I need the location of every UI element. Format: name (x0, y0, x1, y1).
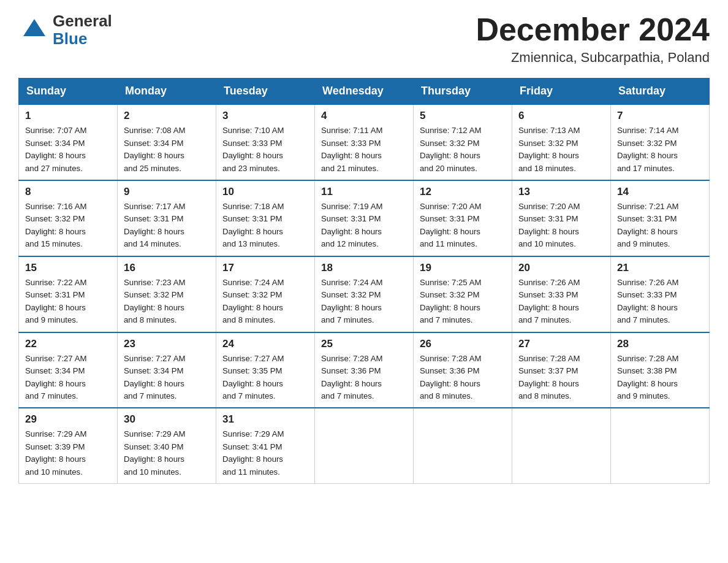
day-number: 8 (25, 186, 111, 198)
day-cell-12: 12Sunrise: 7:20 AM Sunset: 3:31 PM Dayli… (414, 180, 512, 256)
day-cell-19: 19Sunrise: 7:25 AM Sunset: 3:32 PM Dayli… (414, 256, 512, 332)
day-cell-4: 4Sunrise: 7:11 AM Sunset: 3:33 PM Daylig… (315, 104, 414, 180)
week-row-3: 15Sunrise: 7:22 AM Sunset: 3:31 PM Dayli… (19, 256, 710, 332)
day-info: Sunrise: 7:12 AM Sunset: 3:32 PM Dayligh… (420, 124, 506, 175)
logo-icon (18, 14, 50, 46)
day-info: Sunrise: 7:19 AM Sunset: 3:31 PM Dayligh… (321, 201, 407, 251)
day-info: Sunrise: 7:28 AM Sunset: 3:36 PM Dayligh… (420, 353, 506, 403)
day-cell-6: 6Sunrise: 7:13 AM Sunset: 3:32 PM Daylig… (512, 104, 611, 180)
day-cell-17: 17Sunrise: 7:24 AM Sunset: 3:32 PM Dayli… (216, 256, 315, 332)
calendar-table: SundayMondayTuesdayWednesdayThursdayFrid… (18, 78, 710, 484)
day-number: 27 (518, 338, 604, 350)
day-cell-29: 29Sunrise: 7:29 AM Sunset: 3:39 PM Dayli… (19, 408, 118, 483)
weekday-header-wednesday: Wednesday (315, 79, 414, 105)
day-number: 20 (518, 262, 604, 274)
day-info: Sunrise: 7:13 AM Sunset: 3:32 PM Dayligh… (518, 124, 604, 175)
day-number: 13 (518, 186, 604, 198)
calendar-body: 1Sunrise: 7:07 AM Sunset: 3:34 PM Daylig… (19, 104, 710, 484)
day-number: 16 (124, 262, 210, 274)
day-number: 14 (617, 186, 703, 198)
day-cell-9: 9Sunrise: 7:17 AM Sunset: 3:31 PM Daylig… (118, 180, 216, 256)
day-number: 1 (25, 110, 111, 122)
day-cell-2: 2Sunrise: 7:08 AM Sunset: 3:34 PM Daylig… (118, 104, 216, 180)
day-cell-7: 7Sunrise: 7:14 AM Sunset: 3:32 PM Daylig… (611, 104, 710, 180)
day-number: 18 (321, 262, 407, 274)
day-number: 4 (321, 110, 407, 122)
day-number: 17 (222, 262, 308, 274)
weekday-header-monday: Monday (118, 79, 216, 105)
day-cell-31: 31Sunrise: 7:29 AM Sunset: 3:41 PM Dayli… (216, 408, 315, 483)
weekday-header-saturday: Saturday (611, 79, 710, 105)
week-row-1: 1Sunrise: 7:07 AM Sunset: 3:34 PM Daylig… (19, 104, 710, 180)
title-block: December 2024 Zmiennica, Subcarpathia, P… (476, 12, 710, 66)
empty-cell (315, 408, 414, 483)
day-number: 26 (420, 338, 506, 350)
day-info: Sunrise: 7:10 AM Sunset: 3:33 PM Dayligh… (222, 124, 308, 175)
logo: General Blue (18, 12, 112, 47)
svg-marker-0 (23, 19, 45, 36)
day-info: Sunrise: 7:28 AM Sunset: 3:38 PM Dayligh… (617, 353, 703, 403)
day-number: 21 (617, 262, 703, 274)
day-info: Sunrise: 7:17 AM Sunset: 3:31 PM Dayligh… (124, 201, 210, 251)
location: Zmiennica, Subcarpathia, Poland (476, 50, 710, 66)
day-info: Sunrise: 7:20 AM Sunset: 3:31 PM Dayligh… (518, 201, 604, 251)
calendar-header: SundayMondayTuesdayWednesdayThursdayFrid… (19, 79, 710, 105)
day-cell-3: 3Sunrise: 7:10 AM Sunset: 3:33 PM Daylig… (216, 104, 315, 180)
day-number: 25 (321, 338, 407, 350)
day-info: Sunrise: 7:27 AM Sunset: 3:35 PM Dayligh… (222, 353, 308, 403)
day-number: 12 (420, 186, 506, 198)
day-cell-25: 25Sunrise: 7:28 AM Sunset: 3:36 PM Dayli… (315, 332, 414, 408)
day-cell-21: 21Sunrise: 7:26 AM Sunset: 3:33 PM Dayli… (611, 256, 710, 332)
day-number: 30 (124, 413, 210, 426)
day-number: 3 (222, 110, 308, 122)
day-info: Sunrise: 7:18 AM Sunset: 3:31 PM Dayligh… (222, 201, 308, 251)
day-number: 29 (25, 413, 111, 426)
day-info: Sunrise: 7:16 AM Sunset: 3:32 PM Dayligh… (25, 201, 111, 251)
day-number: 22 (25, 338, 111, 350)
day-info: Sunrise: 7:21 AM Sunset: 3:31 PM Dayligh… (617, 201, 703, 251)
day-cell-22: 22Sunrise: 7:27 AM Sunset: 3:34 PM Dayli… (19, 332, 118, 408)
week-row-4: 22Sunrise: 7:27 AM Sunset: 3:34 PM Dayli… (19, 332, 710, 408)
day-cell-30: 30Sunrise: 7:29 AM Sunset: 3:40 PM Dayli… (118, 408, 216, 483)
day-number: 2 (124, 110, 210, 122)
day-number: 11 (321, 186, 407, 198)
logo-general: General (53, 12, 112, 30)
weekday-header-friday: Friday (512, 79, 611, 105)
weekday-header-tuesday: Tuesday (216, 79, 315, 105)
day-number: 31 (222, 413, 308, 426)
empty-cell (512, 408, 611, 483)
day-info: Sunrise: 7:28 AM Sunset: 3:37 PM Dayligh… (518, 353, 604, 403)
day-number: 6 (518, 110, 604, 122)
day-number: 28 (617, 338, 703, 350)
day-cell-10: 10Sunrise: 7:18 AM Sunset: 3:31 PM Dayli… (216, 180, 315, 256)
day-number: 15 (25, 262, 111, 274)
day-cell-20: 20Sunrise: 7:26 AM Sunset: 3:33 PM Dayli… (512, 256, 611, 332)
day-cell-28: 28Sunrise: 7:28 AM Sunset: 3:38 PM Dayli… (611, 332, 710, 408)
day-info: Sunrise: 7:24 AM Sunset: 3:32 PM Dayligh… (222, 277, 308, 327)
day-info: Sunrise: 7:11 AM Sunset: 3:33 PM Dayligh… (321, 124, 407, 175)
month-title: December 2024 (476, 12, 710, 47)
day-cell-1: 1Sunrise: 7:07 AM Sunset: 3:34 PM Daylig… (19, 104, 118, 180)
day-cell-15: 15Sunrise: 7:22 AM Sunset: 3:31 PM Dayli… (19, 256, 118, 332)
page-header: General Blue December 2024 Zmiennica, Su… (18, 12, 710, 66)
day-info: Sunrise: 7:07 AM Sunset: 3:34 PM Dayligh… (25, 124, 111, 175)
empty-cell (611, 408, 710, 483)
weekday-header-thursday: Thursday (414, 79, 512, 105)
day-cell-23: 23Sunrise: 7:27 AM Sunset: 3:34 PM Dayli… (118, 332, 216, 408)
day-info: Sunrise: 7:27 AM Sunset: 3:34 PM Dayligh… (25, 353, 111, 403)
day-number: 23 (124, 338, 210, 350)
day-info: Sunrise: 7:20 AM Sunset: 3:31 PM Dayligh… (420, 201, 506, 251)
week-row-2: 8Sunrise: 7:16 AM Sunset: 3:32 PM Daylig… (19, 180, 710, 256)
day-info: Sunrise: 7:08 AM Sunset: 3:34 PM Dayligh… (124, 124, 210, 175)
weekday-header-sunday: Sunday (19, 79, 118, 105)
day-info: Sunrise: 7:27 AM Sunset: 3:34 PM Dayligh… (124, 353, 210, 403)
day-number: 10 (222, 186, 308, 198)
day-number: 7 (617, 110, 703, 122)
day-cell-8: 8Sunrise: 7:16 AM Sunset: 3:32 PM Daylig… (19, 180, 118, 256)
day-cell-16: 16Sunrise: 7:23 AM Sunset: 3:32 PM Dayli… (118, 256, 216, 332)
empty-cell (414, 408, 512, 483)
day-cell-13: 13Sunrise: 7:20 AM Sunset: 3:31 PM Dayli… (512, 180, 611, 256)
day-info: Sunrise: 7:14 AM Sunset: 3:32 PM Dayligh… (617, 124, 703, 175)
day-info: Sunrise: 7:29 AM Sunset: 3:40 PM Dayligh… (124, 428, 210, 478)
day-info: Sunrise: 7:29 AM Sunset: 3:41 PM Dayligh… (222, 428, 308, 478)
